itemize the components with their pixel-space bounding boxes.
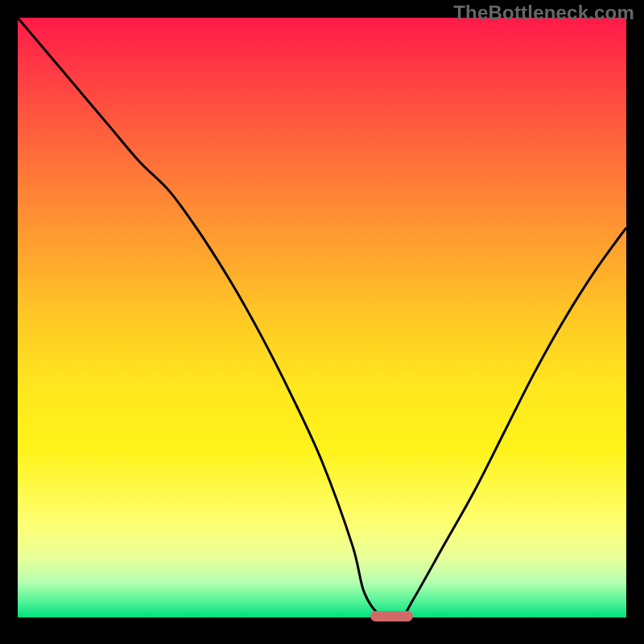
plot-area <box>18 18 626 617</box>
chart-frame: TheBottleneck.com <box>0 0 644 644</box>
optimal-range-marker <box>370 611 413 621</box>
curve-svg <box>18 18 626 617</box>
bottleneck-curve-path <box>18 18 626 620</box>
watermark-text: TheBottleneck.com <box>453 2 634 24</box>
